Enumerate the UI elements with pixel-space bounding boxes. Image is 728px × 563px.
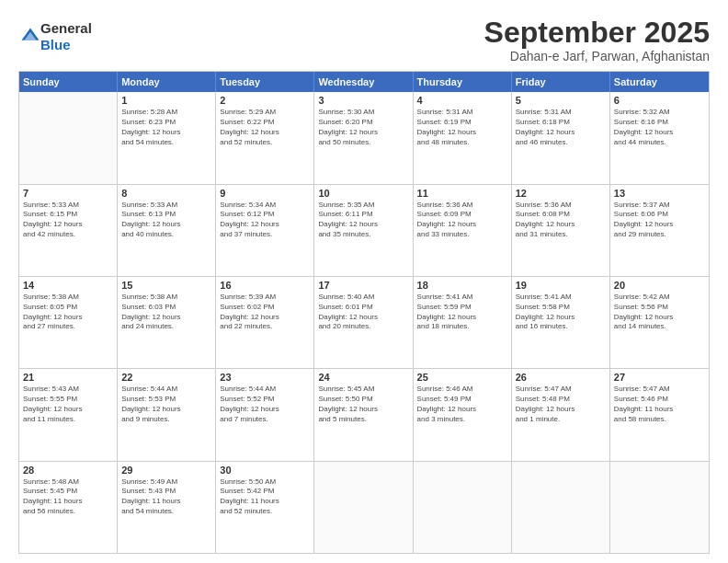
day-number: 17 (318, 280, 408, 291)
cell-info-line: and 9 minutes. (121, 415, 211, 425)
cell-info-line: Sunrise: 5:37 AM (614, 201, 705, 211)
weekday-header-wednesday: Wednesday (314, 72, 413, 92)
day-number: 29 (121, 465, 211, 476)
calendar-cell: 9Sunrise: 5:34 AMSunset: 6:12 PMDaylight… (216, 185, 314, 276)
cell-info-line: Sunrise: 5:45 AM (318, 385, 408, 395)
cell-info-line: Sunrise: 5:50 AM (220, 477, 310, 488)
cell-info-line: Sunrise: 5:40 AM (318, 293, 408, 303)
calendar-cell: 3Sunrise: 5:30 AMSunset: 6:20 PMDaylight… (314, 92, 413, 183)
cell-info-line: Daylight: 12 hours (318, 220, 408, 230)
cell-info-line: Sunset: 5:45 PM (23, 487, 113, 497)
cell-info-line: Daylight: 11 hours (220, 497, 310, 507)
calendar-body: 1Sunrise: 5:28 AMSunset: 6:23 PMDaylight… (19, 92, 709, 553)
cell-info-line: and 18 minutes. (417, 322, 507, 332)
logo-general: General (40, 20, 92, 37)
cell-info-line: Sunrise: 5:36 AM (516, 201, 606, 211)
day-number: 11 (417, 188, 507, 199)
cell-info-line: Sunrise: 5:39 AM (220, 293, 310, 303)
calendar-cell: 2Sunrise: 5:29 AMSunset: 6:22 PMDaylight… (216, 92, 314, 183)
day-number: 25 (417, 372, 507, 383)
day-number: 6 (614, 95, 705, 106)
calendar-cell: 1Sunrise: 5:28 AMSunset: 6:23 PMDaylight… (118, 92, 216, 183)
cell-info-line: Sunset: 5:49 PM (417, 395, 507, 405)
cell-info-line: Daylight: 12 hours (417, 128, 507, 138)
cell-info-line: Sunset: 5:58 PM (516, 303, 606, 313)
cell-info-line: Sunset: 6:01 PM (318, 303, 408, 313)
cell-info-line: and 50 minutes. (318, 138, 408, 148)
day-number: 10 (318, 188, 408, 199)
cell-info-line: Sunrise: 5:44 AM (121, 385, 211, 395)
cell-info-line: Daylight: 12 hours (220, 313, 310, 323)
cell-info-line: Sunrise: 5:43 AM (23, 385, 113, 395)
day-number: 8 (121, 188, 211, 199)
calendar-cell (414, 462, 512, 553)
day-number: 21 (23, 372, 113, 383)
cell-info-line: Daylight: 12 hours (121, 405, 211, 415)
calendar-cell: 25Sunrise: 5:46 AMSunset: 5:49 PMDayligh… (414, 369, 512, 460)
cell-info-line: Daylight: 12 hours (318, 128, 408, 138)
logo: General Blue (18, 20, 92, 53)
cell-info-line: and 14 minutes. (614, 322, 705, 332)
cell-info-line: Sunset: 6:18 PM (516, 118, 606, 128)
title-block: September 2025 Dahan-e Jarf, Parwan, Afg… (484, 17, 710, 63)
cell-info-line: and 20 minutes. (318, 322, 408, 332)
cell-info-line: Daylight: 12 hours (516, 313, 606, 323)
day-number: 28 (23, 465, 113, 476)
cell-info-line: Sunrise: 5:38 AM (121, 293, 211, 303)
calendar-cell: 15Sunrise: 5:38 AMSunset: 6:03 PMDayligh… (118, 277, 216, 368)
cell-info-line: Daylight: 12 hours (614, 128, 705, 138)
cell-info-line: Daylight: 12 hours (417, 220, 507, 230)
cell-info-line: Daylight: 12 hours (121, 220, 211, 230)
calendar-row-2: 14Sunrise: 5:38 AMSunset: 6:05 PMDayligh… (19, 277, 709, 369)
cell-info-line: Sunrise: 5:29 AM (220, 108, 310, 118)
cell-info-line: Daylight: 12 hours (614, 220, 705, 230)
cell-info-line: Daylight: 12 hours (614, 313, 705, 323)
cell-info-line: Sunrise: 5:41 AM (516, 293, 606, 303)
calendar-cell: 13Sunrise: 5:37 AMSunset: 6:06 PMDayligh… (610, 185, 709, 276)
cell-info-line: Sunset: 6:11 PM (318, 210, 408, 220)
cell-info-line: Daylight: 12 hours (220, 220, 310, 230)
cell-info-line: Sunset: 5:55 PM (23, 395, 113, 405)
cell-info-line: Sunset: 6:19 PM (417, 118, 507, 128)
day-number: 7 (23, 188, 113, 199)
cell-info-line: Sunrise: 5:30 AM (318, 108, 408, 118)
cell-info-line: and 11 minutes. (23, 415, 113, 425)
day-number: 4 (417, 95, 507, 106)
cell-info-line: Sunrise: 5:28 AM (121, 108, 211, 118)
weekday-header-saturday: Saturday (610, 72, 709, 92)
logo-text: General Blue (40, 20, 92, 53)
calendar-cell: 22Sunrise: 5:44 AMSunset: 5:53 PMDayligh… (118, 369, 216, 460)
calendar-cell (610, 462, 709, 553)
cell-info-line: Sunrise: 5:47 AM (516, 385, 606, 395)
cell-info-line: Daylight: 12 hours (318, 405, 408, 415)
cell-info-line: Daylight: 12 hours (417, 313, 507, 323)
cell-info-line: and 24 minutes. (121, 322, 211, 332)
cell-info-line: Sunset: 6:02 PM (220, 303, 310, 313)
cell-info-line: Sunrise: 5:32 AM (614, 108, 705, 118)
day-number: 2 (220, 95, 310, 106)
cell-info-line: Sunrise: 5:49 AM (121, 477, 211, 488)
cell-info-line: and 54 minutes. (121, 507, 211, 517)
page: General Blue September 2025 Dahan-e Jarf… (0, 0, 728, 563)
cell-info-line: Daylight: 11 hours (121, 497, 211, 507)
cell-info-line: Sunset: 5:43 PM (121, 487, 211, 497)
calendar-cell: 8Sunrise: 5:33 AMSunset: 6:13 PMDaylight… (118, 185, 216, 276)
calendar-row-4: 28Sunrise: 5:48 AMSunset: 5:45 PMDayligh… (19, 462, 709, 553)
cell-info-line: Sunrise: 5:41 AM (417, 293, 507, 303)
cell-info-line: and 58 minutes. (614, 415, 705, 425)
logo-blue: Blue (40, 37, 92, 53)
cell-info-line: Daylight: 12 hours (516, 405, 606, 415)
calendar-cell: 21Sunrise: 5:43 AMSunset: 5:55 PMDayligh… (19, 369, 118, 460)
calendar-cell: 16Sunrise: 5:39 AMSunset: 6:02 PMDayligh… (216, 277, 314, 368)
weekday-header-sunday: Sunday (19, 72, 118, 92)
calendar-header: SundayMondayTuesdayWednesdayThursdayFrid… (19, 72, 709, 92)
cell-info-line: and 22 minutes. (220, 322, 310, 332)
cell-info-line: Sunrise: 5:34 AM (220, 201, 310, 211)
day-number: 5 (516, 95, 606, 106)
day-number: 13 (614, 188, 705, 199)
cell-info-line: Sunset: 6:08 PM (516, 210, 606, 220)
cell-info-line: Sunrise: 5:31 AM (417, 108, 507, 118)
cell-info-line: Sunset: 5:42 PM (220, 487, 310, 497)
cell-info-line: Daylight: 12 hours (121, 313, 211, 323)
cell-info-line: and 44 minutes. (614, 138, 705, 148)
